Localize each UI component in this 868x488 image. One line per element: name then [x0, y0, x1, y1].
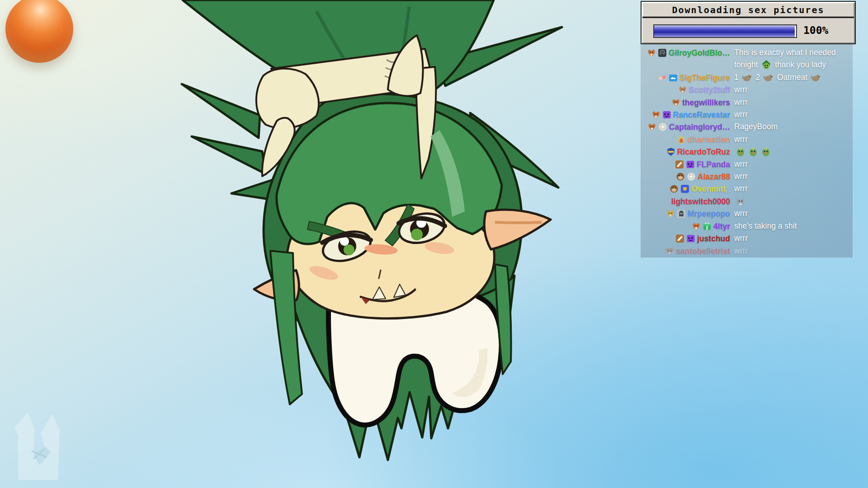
badge-fox-icon — [665, 247, 674, 256]
badge-coin-icon — [687, 172, 696, 181]
badge-gift-icon — [703, 222, 712, 231]
chat-username: RicardoToRuz — [677, 146, 730, 157]
badge-flame-icon — [677, 135, 686, 144]
chat-username: RanceRavestar — [673, 109, 730, 120]
badge-fox-icon — [678, 85, 687, 94]
badge-skull-icon — [658, 48, 667, 57]
emote-goblin-icon — [761, 59, 772, 70]
badge-tv-icon — [669, 73, 678, 82]
chat-username: 4ltyr — [713, 221, 730, 232]
badge-shield2022-icon — [666, 147, 675, 156]
chat-message: wrrr — [730, 183, 849, 195]
chat-row-user-cell: RicardoToRuz — [643, 145, 730, 157]
chat-overlay-panel: GilroyGoldBlo…This is exactly what I nee… — [641, 44, 853, 258]
chat-username: Ovenmitt_ — [691, 183, 730, 194]
chat-row: Alazar88wrrr — [641, 170, 853, 183]
badge-bone-icon — [675, 160, 684, 169]
chat-row: FLPandawrrr — [641, 158, 853, 170]
progress-bar-fill — [654, 25, 795, 37]
emote-bird-icon — [760, 146, 771, 157]
chat-message: wrrr — [730, 207, 849, 220]
chat-row-user-cell: Mrpeepopo — [643, 207, 730, 219]
chat-username: Mrpeepopo — [688, 208, 730, 219]
chat-username: dharmatian — [688, 134, 730, 145]
chat-row-user-cell: santobelletrist — [643, 245, 730, 257]
chat-row: Mrpeepopowrrr — [641, 207, 853, 220]
chat-row-user-cell: RanceRavestar — [643, 108, 730, 120]
chat-message: This is exactly what I needed tonight th… — [730, 47, 849, 71]
chat-row: RicardoToRuz — [641, 145, 853, 158]
dialog-body: 100% — [642, 19, 854, 44]
chat-row: Captaingloryd…RageyBoom — [641, 121, 853, 133]
dialog-title-text: Downloading sex pictures — [672, 5, 825, 15]
chat-message: wrrr — [730, 158, 849, 170]
badge-pill-icon — [658, 73, 667, 82]
chat-row: SigTheFigure1 2 Oatmeat — [641, 71, 853, 84]
chat-row: 4ltyrshe's taking a shit — [641, 220, 853, 232]
emote-bird-icon — [748, 146, 759, 157]
chat-row: dharmatianwrrr — [641, 133, 853, 145]
badge-purpleface-icon — [686, 234, 695, 243]
progress-percent-label: 100% — [803, 24, 828, 36]
emote-rat-icon — [811, 72, 821, 83]
badge-fox-icon — [651, 110, 660, 119]
chat-username: santobelletrist — [676, 246, 730, 257]
chat-username: lightswitch0000 — [671, 196, 730, 207]
chat-username: Scotty2tuff — [689, 84, 730, 95]
chat-row: GilroyGoldBlo…This is exactly what I nee… — [641, 47, 853, 71]
chat-row-user-cell: Scotty2tuff — [643, 84, 730, 95]
chat-username: justchud — [697, 233, 730, 244]
badge-monkey-icon — [670, 184, 679, 193]
vtuber-character — [182, 0, 562, 460]
chat-row-user-cell: justchud — [643, 232, 730, 244]
chat-row-user-cell: thegwillikers — [643, 96, 730, 108]
chat-row: justchudwrrr — [641, 232, 853, 244]
chat-row-user-cell: Alazar88 — [643, 170, 730, 182]
badge-purpleface-icon — [686, 160, 695, 169]
chat-username: SigTheFigure — [679, 72, 730, 83]
progress-bar — [653, 24, 797, 38]
chat-message: wrrr — [730, 96, 849, 108]
chat-row-user-cell: Captaingloryd… — [643, 121, 730, 132]
badge-heart-icon — [680, 184, 689, 193]
chat-username: FLPanda — [697, 159, 730, 170]
chat-message — [730, 145, 849, 158]
chat-row: lightswitch0000 — [641, 195, 853, 207]
chat-row: RanceRavestarwrrr — [641, 108, 853, 121]
emote-cat-icon — [735, 196, 746, 206]
download-dialog: Downloading sex pictures 100% — [641, 1, 856, 44]
chat-username: Captaingloryd… — [669, 122, 730, 132]
chat-row: Scotty2tuffwrrr — [641, 84, 853, 96]
chat-message: wrrr — [730, 232, 849, 244]
emote-rat-icon — [763, 72, 774, 83]
dialog-title-bar[interactable]: Downloading sex pictures — [642, 3, 854, 18]
chat-username: GilroyGoldBlo… — [669, 47, 730, 58]
chat-message: wrrr — [730, 108, 849, 121]
chat-row-user-cell: 4ltyr — [643, 220, 730, 232]
chat-message: wrrr — [730, 245, 849, 257]
chat-message: 1 2 Oatmeat — [730, 71, 849, 84]
chat-row-user-cell: FLPanda — [643, 158, 730, 170]
badge-purpleface-icon — [662, 110, 671, 119]
chat-row: santobelletristwrrr — [641, 245, 853, 257]
badge-helmet-icon — [677, 209, 686, 218]
badge-fox-icon — [692, 222, 701, 231]
badge-coin-icon — [658, 122, 667, 131]
emote-rat-icon — [742, 72, 753, 83]
badge-bone-icon — [675, 234, 684, 243]
chat-message: she's taking a shit — [730, 220, 849, 232]
chat-username: thegwillikers — [682, 97, 730, 108]
chat-row-user-cell: GilroyGoldBlo… — [643, 47, 730, 58]
badge-fox-icon — [671, 98, 680, 107]
chat-message — [730, 195, 849, 207]
badge-fox-icon — [647, 48, 656, 57]
chat-message: wrrr — [730, 133, 849, 145]
watermark-logo — [14, 412, 60, 480]
emote-bird-icon — [735, 146, 746, 157]
badge-monkey-icon — [676, 172, 685, 181]
chat-row-user-cell: SigTheFigure — [643, 71, 730, 83]
badge-fox-icon — [647, 122, 656, 131]
chat-message: wrrr — [730, 170, 849, 183]
chat-row-user-cell: Ovenmitt_ — [643, 183, 730, 194]
chat-username: Alazar88 — [698, 171, 730, 182]
